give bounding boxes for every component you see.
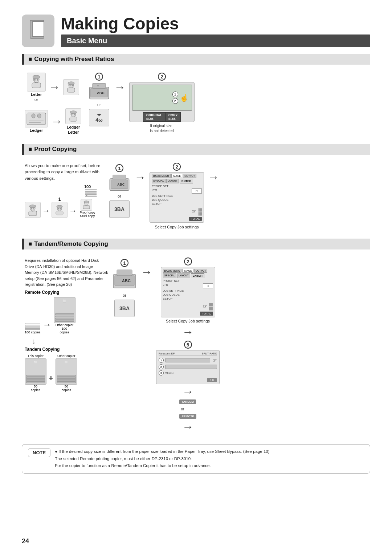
tandem-step2-col: 2 BASIC MENU IMAGE OUTPUT SPECIAL LAYOUT… [161, 257, 215, 323]
total-btn: TOTAL [189, 217, 202, 221]
preset-section-header: ■ Copying with Preset Ratios [22, 54, 370, 65]
char-copy-col [25, 202, 41, 218]
svg-point-9 [34, 79, 36, 81]
tandem-step5-col: 5 Panasonic DP SPLIT RATIO 1 ☞ [156, 341, 220, 433]
t-tab-basic: BASIC MENU [163, 269, 182, 273]
svg-point-34 [31, 208, 32, 209]
tab-output: OUTPUT [183, 174, 196, 178]
svg-point-17 [32, 114, 35, 118]
step1-circle: 1 [95, 73, 103, 81]
header-title-block: Making Copies Basic Menu [61, 15, 370, 47]
proof-section-title: Proof Copying [34, 146, 77, 153]
note-body-2: The selected Remote printing copier, mus… [55, 456, 192, 461]
ledger-original-icon [25, 110, 48, 127]
t-key-7 [211, 307, 212, 311]
large-copier-remote: ⬜ [54, 297, 75, 323]
proof-1-col: 1 [52, 197, 68, 218]
preset-section-title: Copying with Preset Ratios [34, 56, 114, 63]
letter-bottom-label: Letter [68, 130, 79, 134]
ledger-result-icon [65, 108, 81, 124]
ok-btn: 0 K [207, 378, 217, 382]
tandem-row: Requires installation of optional Hard D… [25, 257, 367, 433]
tandem-ui-count: SPLIT RATIO [202, 352, 217, 355]
total-row: TOTAL [152, 217, 202, 221]
svg-rect-16 [27, 113, 46, 125]
tandem-step1-circle: 1 [121, 259, 128, 267]
tandem-hand-1: ☞ [212, 357, 217, 363]
paper-stack-left: 100 copies [25, 323, 41, 334]
proof-or-text: or [118, 194, 121, 198]
proof-arrow-step1-2: → [134, 171, 146, 183]
tandem-section-title: Tandem/Remote Copying [34, 240, 108, 248]
proof-set-row: PROOF SET [152, 184, 202, 188]
note-label: NOTE [28, 448, 50, 457]
proof-step2-circle: 2 [173, 163, 181, 171]
tandem-station-row: 3 Station [159, 370, 217, 376]
svg-text:ABC: ABC [117, 182, 125, 186]
arrow-1: → [49, 81, 60, 93]
t-hand-icon: ☞ [203, 303, 208, 309]
tandem-ratio: 3BA [114, 300, 135, 317]
t-input-label: LTR [163, 283, 168, 288]
proof-stack: 2 [78, 189, 97, 211]
proof-1-label: 1 [58, 197, 61, 202]
svg-rect-47 [113, 175, 126, 180]
keypad [198, 208, 202, 216]
key-6 [199, 212, 200, 216]
tandem-copying-block: Tandem Copying This copier ⬜ [25, 347, 108, 392]
tray-g [57, 379, 76, 381]
other-copier-icon: ⬜ [65, 361, 68, 364]
select-copy-label: Select Copy Job settings [155, 225, 199, 229]
t-job-queue-label: JOB QUEUE [163, 293, 180, 296]
proof-set-label: PROOF SET [152, 184, 168, 188]
tandem-arrow-2: → [182, 326, 194, 338]
panel-circle-1: 1 [172, 92, 178, 97]
t-total-row: TOTAL [163, 312, 213, 316]
down-arrow: ↓ [32, 337, 108, 345]
ledger-result: Ledger Letter [65, 108, 81, 134]
char-1-icon [52, 202, 68, 218]
document-icon [29, 20, 48, 42]
svg-point-15 [72, 85, 73, 86]
t-keypad [209, 303, 213, 311]
t-key-6 [210, 307, 211, 311]
proof-scanner: ABC [108, 174, 131, 192]
proof-arrow-1: → [42, 207, 50, 215]
proof-pages [85, 189, 97, 197]
svg-point-13 [68, 82, 74, 85]
letter-label: Letter [31, 92, 42, 97]
proof-copy-label: Proof copy [79, 211, 95, 214]
ledger-pair: Ledger → [25, 108, 81, 134]
svg-point-24 [72, 114, 73, 115]
page: Making Copies Basic Menu ■ Copying with … [0, 0, 392, 556]
svg-point-18 [37, 114, 41, 118]
tandem-right-col: 2 BASIC MENU IMAGE OUTPUT SPECIAL LAYOUT… [156, 257, 220, 433]
tray-d [26, 381, 45, 383]
tandem-heading: Tandem Copying [25, 347, 108, 352]
tandem-or-text: or [123, 293, 126, 297]
preset-or-text: or [34, 97, 38, 102]
t-proof-set-row: PROOF SET [163, 279, 213, 283]
note-content: ● If the desired copy size is different … [55, 448, 269, 470]
job-queue-row: JOB QUEUE [152, 198, 202, 202]
tray-3 [55, 318, 74, 320]
tray-4 [55, 320, 74, 322]
hand-press-row: ☞ [152, 207, 202, 216]
t-tab-layout: LAYOUT [177, 273, 190, 278]
preset-body: Letter or → [22, 68, 370, 137]
copies-diagram: → 1 [25, 184, 105, 218]
tandem-select-copy-label: Select Copy Job settings [166, 319, 210, 323]
tandem-ui-row-2: 2 [159, 364, 217, 369]
ledger-doc: Ledger [25, 110, 48, 133]
this-copier-trays [25, 375, 46, 384]
100-copies-right-label: 100copies [60, 327, 69, 334]
key-5 [198, 212, 199, 216]
svg-point-10 [37, 79, 38, 81]
or-text-1: or [97, 102, 101, 107]
proof-step2-col: 2 BASIC MENU IMAGE OUTPUT SPECIAL LAYOUT… [150, 163, 204, 229]
input-label: LTR [152, 188, 157, 194]
step2-circle: 2 [158, 73, 166, 81]
ratio-selector: ◀▶ 4ω [89, 109, 109, 126]
proof-100-col: 100 2 [78, 184, 97, 218]
tab-special: SPECIAL [152, 179, 166, 183]
